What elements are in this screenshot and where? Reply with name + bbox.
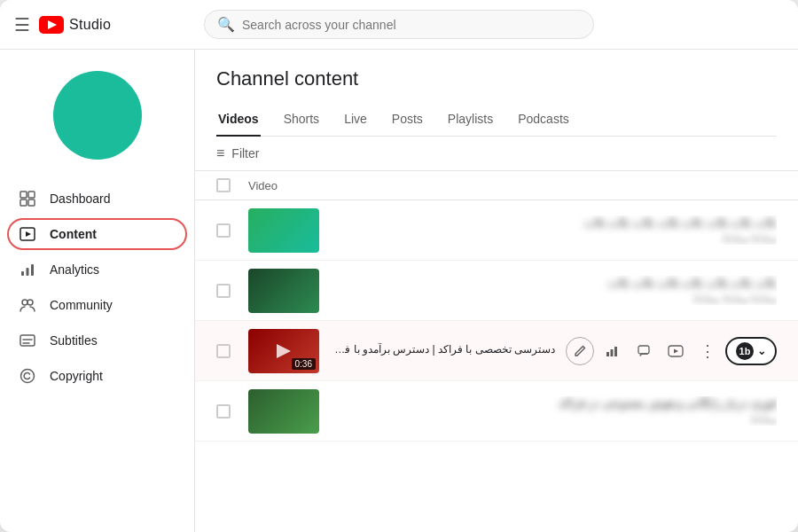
- row-checkbox[interactable]: [216, 223, 231, 238]
- sidebar-item-analytics[interactable]: Analytics: [0, 252, 194, 287]
- svg-rect-3: [28, 200, 35, 206]
- youtube-logo: [39, 16, 64, 34]
- page-title: Channel content: [216, 67, 777, 90]
- analytics-icon: [18, 261, 37, 278]
- search-icon: 🔍: [217, 16, 235, 33]
- video-thumbnail: 0:36: [248, 329, 319, 373]
- svg-point-9: [22, 300, 27, 305]
- table-row: بلاب بلاب بلاب بلاب بلاب بلاب بلاب متادا…: [195, 261, 798, 321]
- video-info: فوری دربار رایگانی و هوش مصنوعی در فراکد…: [330, 396, 777, 426]
- visibility-button[interactable]: 1b ⌄: [725, 337, 777, 365]
- svg-rect-16: [611, 349, 614, 356]
- chevron-down-icon: ⌄: [757, 345, 766, 357]
- video-info: بلاب بلاب بلاب بلاب بلاب بلاب بلاب متادا…: [330, 276, 777, 305]
- video-thumbnail: [248, 208, 319, 253]
- svg-marker-5: [26, 231, 31, 237]
- video-title: دسترسی تخصصی با فراکد | دسترس برآمدو با …: [330, 343, 555, 356]
- video-actions: ⋮ 1b ⌄: [566, 337, 777, 365]
- community-icon: [18, 296, 37, 314]
- sidebar: Dashboard Content: [0, 50, 195, 532]
- table-row: 0:36 دسترسی تخصصی با فراکد | دسترس برآمد…: [195, 321, 798, 381]
- video-thumbnail: [248, 269, 319, 313]
- menu-icon[interactable]: ☰: [14, 14, 30, 35]
- avatar-area: [0, 64, 194, 181]
- svg-point-14: [21, 370, 35, 383]
- content-icon: [18, 225, 37, 243]
- table-header: Video: [195, 171, 798, 200]
- comments-button[interactable]: [630, 337, 658, 365]
- sidebar-item-dashboard[interactable]: Dashboard: [0, 181, 194, 216]
- video-meta: متاداتا: [330, 413, 777, 426]
- video-title: فوری دربار رایگانی و هوش مصنوعی در فراکد: [330, 396, 777, 410]
- play-icon: [277, 344, 291, 358]
- studio-label: Studio: [69, 17, 111, 33]
- row-checkbox[interactable]: [216, 404, 231, 419]
- svg-rect-7: [27, 268, 29, 276]
- sidebar-item-content-label: Content: [50, 227, 97, 241]
- thumbnail-image: [248, 389, 319, 434]
- svg-rect-17: [614, 347, 617, 356]
- search-bar[interactable]: 🔍: [204, 10, 594, 39]
- filter-label: Filter: [231, 146, 259, 160]
- svg-marker-20: [674, 348, 678, 353]
- main-area: Dashboard Content: [0, 50, 798, 532]
- sidebar-item-copyright[interactable]: Copyright: [0, 358, 194, 394]
- tab-podcasts[interactable]: Podcasts: [516, 105, 571, 137]
- svg-rect-0: [20, 192, 27, 198]
- sidebar-item-subtitles-label: Subtitles: [50, 333, 98, 348]
- subtitles-icon: [18, 332, 37, 349]
- filter-icon: ≡: [216, 145, 224, 161]
- avatar: [53, 71, 142, 160]
- more-options-button[interactable]: ⋮: [693, 337, 722, 365]
- content-nav-wrapper: Content: [0, 216, 194, 252]
- content-area: Channel content Videos Shorts Live Posts…: [195, 50, 798, 532]
- tabs: Videos Shorts Live Posts Playlists Podca…: [216, 105, 777, 137]
- video-column-header: Video: [248, 179, 278, 192]
- search-input[interactable]: [242, 18, 581, 32]
- channel-avatar-small: 1b: [736, 342, 754, 360]
- sidebar-item-copyright-label: Copyright: [50, 369, 103, 383]
- tab-playlists[interactable]: Playlists: [446, 105, 495, 137]
- video-meta: متاداتا متاداتا: [330, 232, 777, 245]
- tab-shorts[interactable]: Shorts: [282, 105, 321, 137]
- thumbnail-image: [248, 208, 319, 253]
- edit-button[interactable]: [566, 337, 594, 365]
- video-title: بلاب بلاب بلاب بلاب بلاب بلاب بلاب بلاب: [330, 215, 777, 229]
- sidebar-item-community[interactable]: Community: [0, 287, 194, 323]
- video-meta: متاداتا متاداتا متاداتا: [330, 293, 777, 305]
- sidebar-item-analytics-label: Analytics: [50, 262, 99, 277]
- sidebar-item-community-label: Community: [50, 298, 113, 312]
- youtube-button[interactable]: [661, 337, 690, 365]
- svg-point-10: [27, 300, 33, 305]
- svg-rect-6: [21, 271, 24, 276]
- header-left: ☰ Studio: [14, 14, 192, 35]
- video-duration: 0:36: [292, 358, 316, 370]
- analytics-button[interactable]: [598, 337, 626, 365]
- sidebar-item-content[interactable]: Content: [0, 216, 194, 252]
- select-all-checkbox[interactable]: [216, 178, 231, 192]
- video-title: بلاب بلاب بلاب بلاب بلاب بلاب بلاب: [330, 276, 777, 289]
- channel-content-header: Channel content Videos Shorts Live Posts…: [195, 50, 798, 137]
- tab-live[interactable]: Live: [342, 105, 369, 137]
- video-info: بلاب بلاب بلاب بلاب بلاب بلاب بلاب بلاب …: [330, 215, 777, 245]
- sidebar-item-dashboard-label: Dashboard: [50, 192, 111, 206]
- row-checkbox[interactable]: [216, 284, 231, 298]
- svg-rect-1: [28, 192, 35, 198]
- tab-posts[interactable]: Posts: [390, 105, 425, 137]
- avatar-text: 1b: [739, 346, 751, 356]
- thumbnail-image: [248, 269, 319, 313]
- svg-rect-18: [638, 346, 649, 354]
- video-table: Video بلاب بلاب بلاب بلاب بلاب بلاب بلاب…: [195, 171, 798, 532]
- tab-videos[interactable]: Videos: [216, 105, 261, 137]
- svg-rect-2: [20, 200, 27, 206]
- table-row: فوری دربار رایگانی و هوش مصنوعی در فراکد…: [195, 381, 798, 442]
- video-info: دسترسی تخصصی با فراکد | دسترس برآمدو با …: [330, 343, 555, 359]
- video-thumbnail: [248, 389, 319, 434]
- app-window: ☰ Studio 🔍: [0, 0, 798, 532]
- youtube-play-icon: [48, 20, 57, 29]
- sidebar-item-subtitles[interactable]: Subtitles: [0, 323, 194, 358]
- copyright-icon: [18, 367, 37, 385]
- svg-rect-11: [20, 335, 35, 346]
- row-checkbox[interactable]: [216, 344, 231, 358]
- filter-bar: ≡ Filter: [195, 137, 798, 171]
